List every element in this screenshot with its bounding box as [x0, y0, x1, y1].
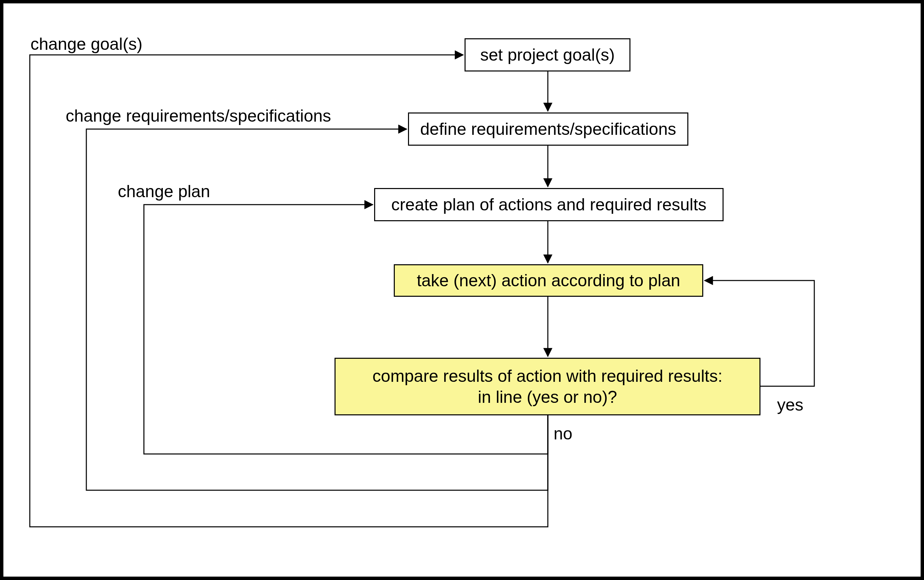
flowchart-frame: set project goal(s) define requirements/…	[0, 0, 924, 580]
flowchart-arrows	[3, 3, 921, 577]
